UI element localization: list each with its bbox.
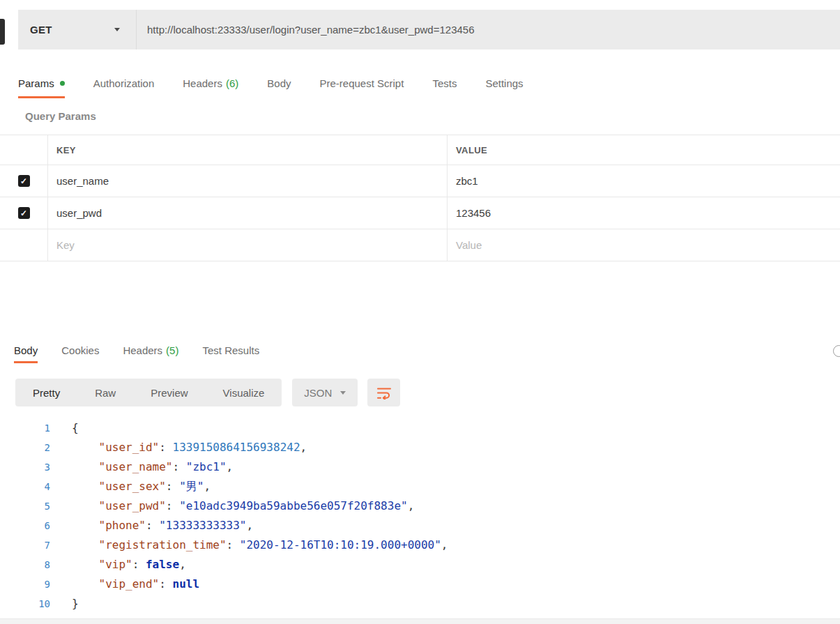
request-tab-pre-request-script[interactable]: Pre-request Script xyxy=(320,70,404,98)
response-tab-body[interactable]: Body xyxy=(14,340,38,363)
param-checkbox[interactable]: ✓ xyxy=(18,175,30,187)
code-content: "user_id": 1339150864156938242, xyxy=(50,438,307,457)
request-url-bar: GET http://localhost:23333/user/login?us… xyxy=(18,10,840,50)
response-view-tabs: PrettyRawPreviewVisualize xyxy=(15,379,282,406)
param-row: ✓user_pwd123456 xyxy=(0,197,840,229)
line-number: 6 xyxy=(0,517,50,535)
tab-label: Raw xyxy=(95,387,116,399)
line-number: 3 xyxy=(0,458,50,477)
response-tab-cookies[interactable]: Cookies xyxy=(61,340,99,363)
param-value-cell[interactable]: 123456 xyxy=(447,197,840,229)
param-placeholder-row: Key Value xyxy=(0,229,840,261)
param-key-cell[interactable]: user_pwd xyxy=(47,197,447,229)
code-line: 2 "user_id": 1339150864156938242, xyxy=(0,438,448,457)
view-tab-raw[interactable]: Raw xyxy=(77,379,133,406)
wrap-lines-button[interactable] xyxy=(367,379,400,406)
request-tabs: ParamsAuthorizationHeaders(6)BodyPre-req… xyxy=(18,70,524,98)
tab-label: Authorization xyxy=(93,77,155,89)
tab-label: Preview xyxy=(151,387,188,399)
query-params-table: KEY VALUE ✓user_namezbc1✓user_pwd123456 … xyxy=(0,135,840,261)
query-params-title: Query Params xyxy=(25,110,96,122)
method-label: GET xyxy=(30,24,52,36)
request-tab-settings[interactable]: Settings xyxy=(485,70,523,98)
value-column-header: VALUE xyxy=(447,135,840,165)
url-input[interactable]: http://localhost:23333/user/login?user_n… xyxy=(137,24,475,36)
tab-label: Pre-request Script xyxy=(320,77,404,89)
line-number: 10 xyxy=(0,595,50,614)
line-number: 5 xyxy=(0,497,50,516)
unsaved-changes-dot xyxy=(60,81,65,86)
tab-label: Headers xyxy=(183,77,222,89)
line-number: 4 xyxy=(0,478,50,496)
collapsed-sidebar-edge xyxy=(0,19,5,45)
code-content: "user_pwd": "e10adc3949ba59abbe56e057f20… xyxy=(50,496,414,515)
view-tab-visualize[interactable]: Visualize xyxy=(206,379,282,406)
format-label: JSON xyxy=(304,387,332,399)
request-tab-authorization[interactable]: Authorization xyxy=(93,70,155,98)
tab-label: Tests xyxy=(432,77,457,89)
status-circle-icon xyxy=(833,345,840,357)
param-row: ✓user_namezbc1 xyxy=(0,165,840,197)
tab-label: Params xyxy=(18,77,54,89)
line-number: 2 xyxy=(0,439,50,457)
code-line: 6 "phone": "13333333333", xyxy=(0,516,448,535)
tab-label: Headers xyxy=(123,344,162,356)
param-key-cell[interactable]: user_name xyxy=(47,165,447,197)
checkbox-cell xyxy=(0,229,47,261)
tab-label: Cookies xyxy=(61,344,99,356)
table-header-row: KEY VALUE xyxy=(0,135,840,165)
request-tab-params[interactable]: Params xyxy=(18,70,65,98)
code-line: 3 "user_name": "zbc1", xyxy=(0,457,448,477)
code-content: "phone": "13333333333", xyxy=(50,516,253,535)
code-content: } xyxy=(50,594,79,613)
chevron-down-icon xyxy=(114,28,120,31)
code-content: "vip": false, xyxy=(50,555,186,574)
line-number: 9 xyxy=(0,575,50,594)
line-number: 7 xyxy=(0,536,50,555)
code-line: 7 "registration_time": "2020-12-16T10:10… xyxy=(0,535,448,555)
code-content: "user_name": "zbc1", xyxy=(50,457,233,476)
code-content: "vip_end": null xyxy=(50,574,199,593)
tab-count-badge: (5) xyxy=(166,344,178,356)
tab-label: Settings xyxy=(485,77,523,89)
tab-label: Body xyxy=(267,77,291,89)
checkbox-cell: ✓ xyxy=(0,165,47,197)
code-content: "registration_time": "2020-12-16T10:10:1… xyxy=(50,535,448,554)
response-body-json: 1{2 "user_id": 1339150864156938242,3 "us… xyxy=(0,418,448,614)
code-line: 9 "vip_end": null xyxy=(0,574,448,594)
key-column-header: KEY xyxy=(47,135,447,165)
checkbox-column-header xyxy=(0,135,47,165)
tab-label: Visualize xyxy=(223,387,265,399)
key-input[interactable]: Key xyxy=(47,229,447,261)
code-line: 1{ xyxy=(0,418,448,438)
checkbox-cell: ✓ xyxy=(0,197,47,229)
tab-label: Body xyxy=(14,344,38,356)
chevron-down-icon xyxy=(340,391,346,395)
line-number: 1 xyxy=(0,419,50,438)
format-dropdown[interactable]: JSON xyxy=(292,379,358,406)
response-tabs: BodyCookiesHeaders(5)Test Results xyxy=(14,340,259,363)
tab-label: Pretty xyxy=(33,387,60,399)
code-content: "user_sex": "男", xyxy=(50,477,211,496)
response-view-bar: PrettyRawPreviewVisualize JSON xyxy=(15,379,400,406)
bottom-scrollbar[interactable] xyxy=(0,618,840,624)
request-tab-headers[interactable]: Headers(6) xyxy=(183,70,238,98)
line-number: 8 xyxy=(0,556,50,574)
tab-count-badge: (6) xyxy=(226,77,238,89)
code-line: 5 "user_pwd": "e10adc3949ba59abbe56e057f… xyxy=(0,496,448,516)
param-checkbox[interactable]: ✓ xyxy=(18,207,30,219)
response-tab-headers[interactable]: Headers(5) xyxy=(123,340,178,363)
view-tab-preview[interactable]: Preview xyxy=(133,379,205,406)
response-tab-test-results[interactable]: Test Results xyxy=(202,340,259,363)
method-selector[interactable]: GET xyxy=(18,10,136,50)
wrap-lines-icon xyxy=(376,386,392,399)
value-input[interactable]: Value xyxy=(447,229,840,261)
code-line: 4 "user_sex": "男", xyxy=(0,477,448,496)
code-line: 10} xyxy=(0,594,448,614)
view-tab-pretty[interactable]: Pretty xyxy=(15,379,77,406)
request-tab-body[interactable]: Body xyxy=(267,70,291,98)
code-line: 8 "vip": false, xyxy=(0,555,448,574)
param-value-cell[interactable]: zbc1 xyxy=(447,165,840,197)
request-tab-tests[interactable]: Tests xyxy=(432,70,457,98)
tab-label: Test Results xyxy=(202,344,259,356)
